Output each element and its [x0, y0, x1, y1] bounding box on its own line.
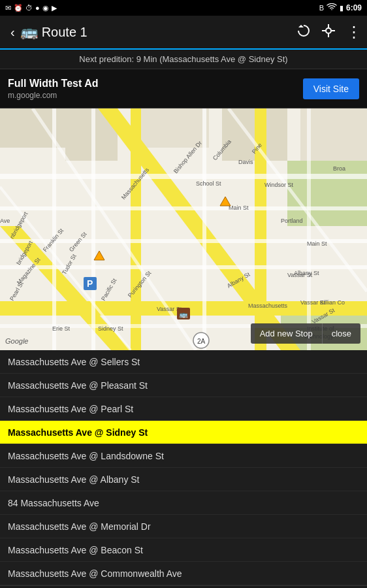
nav-title: Route 1 [42, 25, 296, 40]
svg-rect-12 [287, 161, 367, 226]
app-icon1: ● [35, 4, 40, 12]
stop-name: Massachusetts Ave @ Memorial Dr [8, 521, 151, 532]
alarm-icon: ⏰ [14, 4, 23, 12]
svg-text:Main St: Main St [229, 204, 249, 211]
svg-text:🚌: 🚌 [179, 310, 188, 319]
stop-item[interactable]: Massachusetts Ave @ Sellers St [0, 350, 367, 374]
svg-rect-18 [131, 108, 141, 350]
stop-name: Massachusetts Ave @ Sidney St [8, 427, 148, 438]
nav-actions: ⋮ [296, 23, 362, 41]
map-container: Magazine St Franklin St Green St Massach… [0, 108, 367, 350]
svg-text:Windsor St: Windsor St [264, 182, 294, 188]
ad-banner: Full Width Test Ad m.google.com Visit Si… [0, 69, 367, 108]
svg-marker-0 [298, 25, 304, 27]
svg-text:Main St: Main St [307, 240, 327, 247]
wifi-icon [327, 3, 337, 12]
svg-text:Broa: Broa [333, 165, 345, 172]
svg-rect-25 [91, 108, 95, 350]
map-svg: Magazine St Franklin St Green St Massach… [0, 108, 367, 350]
stop-name: 84 Massachusetts Ave [8, 498, 99, 508]
svg-text:2A: 2A [197, 338, 206, 345]
stop-item[interactable]: Massachusetts Ave @ Memorial Dr [0, 515, 367, 538]
status-left-icons: ✉ ⏰ ⏱ ● ◉ ▶ [5, 4, 57, 12]
svg-text:P: P [87, 278, 93, 289]
svg-point-1 [326, 28, 331, 33]
prediction-bar: Next predition: 9 Min (Massachusetts Ave… [0, 50, 367, 69]
gmail-icon: ✉ [5, 4, 11, 12]
ad-title: Full Width Test Ad [8, 78, 303, 90]
google-logo: Google [5, 337, 28, 345]
stop-name: Massachusetts Ave @ Albany St [8, 474, 140, 485]
svg-text:Davis: Davis [238, 159, 253, 165]
svg-text:School St: School St [196, 180, 221, 187]
stop-item[interactable]: Massachusetts Ave @ Albany St [0, 468, 367, 491]
bus-icon: 🚌 [20, 24, 38, 41]
svg-text:Killian Co: Killian Co [320, 299, 345, 306]
stop-name: Massachusetts Ave @ Pearl St [8, 404, 133, 414]
status-right-icons: B ▮ 6:09 [319, 3, 362, 12]
stop-item[interactable]: 84 Massachusetts Ave [0, 491, 367, 515]
svg-text:Vassar St: Vassar St [287, 272, 313, 278]
stop-name: Massachusetts Ave @ Sellers St [8, 357, 140, 367]
stop-name: Massachusetts Ave @ Beacon St [8, 545, 143, 555]
more-button[interactable]: ⋮ [346, 23, 362, 41]
back-button[interactable]: ‹ [5, 20, 20, 45]
stop-list: Massachusetts Ave @ Sellers StMassachuse… [0, 350, 367, 585]
svg-text:Portland: Portland [281, 218, 303, 224]
stop-item[interactable]: Massachusetts Ave @ Sidney St [0, 421, 367, 444]
stop-item[interactable]: Massachusetts Ave @ Pleasant St [0, 374, 367, 397]
app-icon2: ◉ [42, 4, 49, 12]
add-new-stop-button[interactable]: Add new Stop [251, 323, 322, 344]
stop-name: Massachusetts Ave @ Pleasant St [8, 380, 148, 391]
stop-item[interactable]: Massachusetts Ave @ Beacon St [0, 538, 367, 562]
stop-item[interactable]: Massachusetts Ave @ Landsdowne St [0, 444, 367, 468]
svg-text:Sidney St: Sidney St [98, 325, 123, 332]
ad-url: m.google.com [8, 91, 303, 100]
nav-bar: ‹ 🚌 Route 1 ⋮ [0, 16, 367, 50]
svg-text:Erie St: Erie St [52, 325, 71, 332]
status-time: 6:09 [346, 3, 362, 12]
close-map-button[interactable]: close [322, 323, 360, 344]
svg-rect-27 [307, 108, 311, 350]
ad-content: Full Width Test Ad m.google.com [8, 78, 303, 100]
bluetooth-icon: B [319, 4, 324, 12]
refresh-button[interactable] [296, 24, 311, 41]
stop-name: Massachusetts Ave @ Commonwealth Ave [8, 568, 182, 579]
visit-site-button[interactable]: Visit Site [303, 78, 359, 99]
location-button[interactable] [321, 24, 336, 41]
play-icon: ▶ [52, 4, 57, 12]
svg-text:Ave: Ave [0, 218, 10, 224]
stop-item[interactable]: Massachusetts Ave @ Pearl St [0, 397, 367, 421]
battery-icon: ▮ [340, 4, 343, 12]
svg-rect-26 [202, 108, 206, 350]
stop-item[interactable]: Massachusetts Ave @ Commonwealth Ave [0, 562, 367, 585]
map-overlay-buttons: Add new Stop close [251, 323, 360, 344]
timer-icon: ⏱ [25, 4, 33, 12]
svg-text:Massachusetts: Massachusetts [248, 302, 288, 309]
bottom-nav: ← ⌂ ▭ [0, 585, 367, 588]
status-bar: ✉ ⏰ ⏱ ● ◉ ▶ B ▮ 6:09 [0, 0, 367, 16]
stop-name: Massachusetts Ave @ Landsdowne St [8, 451, 164, 461]
prediction-text: Next predition: 9 Min (Massachusetts Ave… [79, 54, 287, 64]
